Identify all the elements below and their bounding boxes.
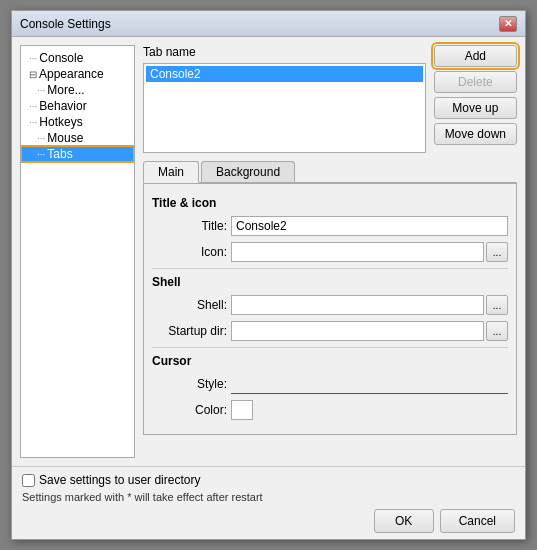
startup-browse-button[interactable]: ... xyxy=(486,321,508,341)
tree-item-mouse[interactable]: ··· Mouse xyxy=(21,130,134,146)
shell-input[interactable] xyxy=(231,295,484,315)
startup-dir-input[interactable] xyxy=(231,321,484,341)
tree-connector: ··· xyxy=(29,101,37,112)
icon-row: Icon: ... xyxy=(152,242,508,262)
shell-label: Shell: xyxy=(152,298,227,312)
dialog-body: ··· Console ⊟ Appearance ··· More... ···… xyxy=(12,37,525,466)
save-checkbox-label: Save settings to user directory xyxy=(39,473,200,487)
tree-expand-icon: ⊟ xyxy=(29,69,37,80)
tree-connector: ··· xyxy=(37,149,45,160)
close-button[interactable]: ✕ xyxy=(499,16,517,32)
tree-item-appearance[interactable]: ⊟ Appearance xyxy=(21,66,134,82)
tree-connector: ··· xyxy=(29,53,37,64)
tree-item-more[interactable]: ··· More... xyxy=(21,82,134,98)
tab-content-main: Title & icon Title: Icon: ... xyxy=(143,183,517,435)
icon-input-group: ... xyxy=(231,242,508,262)
tab-list-item[interactable]: Console2 xyxy=(146,66,423,82)
shell-input-group: ... xyxy=(231,295,508,315)
save-checkbox[interactable] xyxy=(22,474,35,487)
tab-name-buttons: Add Delete Move up Move down xyxy=(434,45,517,145)
style-row: Style: xyxy=(152,374,508,394)
cancel-button[interactable]: Cancel xyxy=(440,509,515,533)
title-icon-section-header: Title & icon xyxy=(152,196,508,210)
icon-browse-button[interactable]: ... xyxy=(486,242,508,262)
tabs-nav: Main Background xyxy=(143,161,517,183)
move-down-button[interactable]: Move down xyxy=(434,123,517,145)
tree-item-behavior[interactable]: ··· Behavior xyxy=(21,98,134,114)
color-row: Color: xyxy=(152,400,508,420)
tree-item-hotkeys[interactable]: ··· Hotkeys xyxy=(21,114,134,130)
console-settings-dialog: Console Settings ✕ ··· Console ⊟ Appeara… xyxy=(11,10,526,540)
color-swatch[interactable] xyxy=(231,400,253,420)
style-label: Style: xyxy=(152,377,227,391)
cursor-section-header: Cursor xyxy=(152,354,508,368)
startup-dir-label: Startup dir: xyxy=(152,324,227,338)
style-input[interactable] xyxy=(231,374,508,394)
startup-dir-row: Startup dir: ... xyxy=(152,321,508,341)
tab-name-section: Tab name Console2 Add Delete Move up Mov… xyxy=(143,45,517,153)
icon-input[interactable] xyxy=(231,242,484,262)
title-label: Title: xyxy=(152,219,227,233)
shell-browse-button[interactable]: ... xyxy=(486,295,508,315)
save-checkbox-row: Save settings to user directory xyxy=(22,473,515,487)
add-button[interactable]: Add xyxy=(434,45,517,67)
dialog-footer: Save settings to user directory Settings… xyxy=(12,466,525,539)
tree-item-tabs[interactable]: ··· Tabs xyxy=(21,146,134,162)
footer-note: Settings marked with * will take effect … xyxy=(22,491,515,503)
title-input[interactable] xyxy=(231,216,508,236)
tab-main[interactable]: Main xyxy=(143,161,199,183)
startup-input-group: ... xyxy=(231,321,508,341)
cursor-divider xyxy=(152,347,508,348)
tree-connector: ··· xyxy=(37,85,45,96)
titlebar: Console Settings ✕ xyxy=(12,11,525,37)
tab-name-list[interactable]: Console2 xyxy=(143,63,426,153)
tree-item-console[interactable]: ··· Console xyxy=(21,50,134,66)
delete-button[interactable]: Delete xyxy=(434,71,517,93)
shell-section-header: Shell xyxy=(152,275,508,289)
dialog-title: Console Settings xyxy=(20,17,111,31)
right-panel: Tab name Console2 Add Delete Move up Mov… xyxy=(143,45,517,458)
tab-name-left: Tab name Console2 xyxy=(143,45,426,153)
shell-divider xyxy=(152,268,508,269)
icon-label: Icon: xyxy=(152,245,227,259)
shell-row: Shell: ... xyxy=(152,295,508,315)
title-row: Title: xyxy=(152,216,508,236)
tab-name-label: Tab name xyxy=(143,45,426,59)
tab-background[interactable]: Background xyxy=(201,161,295,182)
tabs-nav-container: Main Background Title & icon Title: Icon… xyxy=(143,159,517,435)
color-label: Color: xyxy=(152,403,227,417)
tree-panel: ··· Console ⊟ Appearance ··· More... ···… xyxy=(20,45,135,458)
tree-connector: ··· xyxy=(29,117,37,128)
tree-connector: ··· xyxy=(37,133,45,144)
ok-button[interactable]: OK xyxy=(374,509,434,533)
footer-buttons: OK Cancel xyxy=(22,509,515,533)
move-up-button[interactable]: Move up xyxy=(434,97,517,119)
